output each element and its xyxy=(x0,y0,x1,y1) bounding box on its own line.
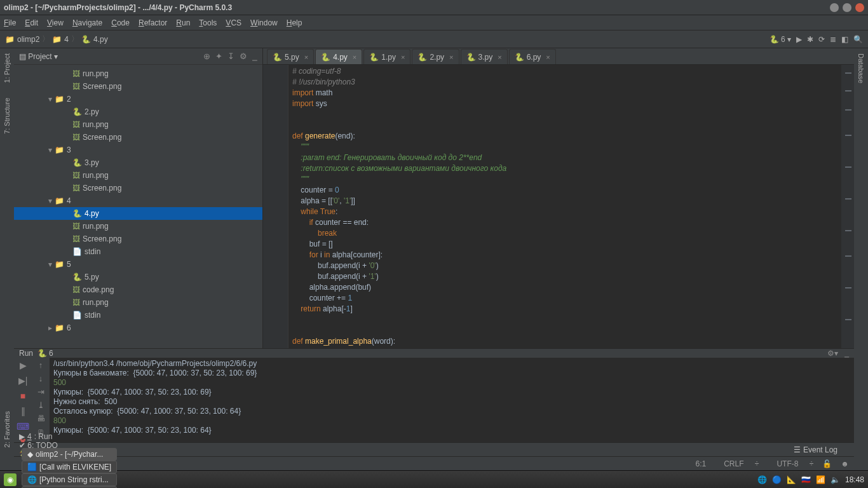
menu-window[interactable]: Window xyxy=(250,18,278,27)
toolbar-icon-4[interactable]: ◧ xyxy=(841,35,848,44)
rail-database[interactable]: Database xyxy=(857,53,865,83)
toolbar-icon-0[interactable]: ▶ xyxy=(796,35,802,44)
project-hdr-icon-4[interactable]: ⎯ xyxy=(252,51,257,61)
taskbar-item[interactable]: 🌐[Python String rstri... xyxy=(22,473,117,486)
close-tab-icon[interactable]: × xyxy=(546,53,550,61)
menu-help[interactable]: Help xyxy=(287,18,302,27)
code-editor[interactable]: # coding=utf-8# !/usr/bin/python3import … xyxy=(263,65,854,348)
maximize-button[interactable] xyxy=(843,3,851,12)
breadcrumbs[interactable]: 📁olimp2〉📁4〉🐍4.py xyxy=(5,34,108,44)
tree-item[interactable]: 🖼run.png xyxy=(14,296,262,309)
tree-item[interactable]: 🖼Screen.png xyxy=(14,80,262,93)
tree-item[interactable]: 🖼run.png xyxy=(14,169,262,182)
editor-tab[interactable]: 🐍2.py× xyxy=(412,49,459,64)
tree-item[interactable]: 🖼run.png xyxy=(14,67,262,80)
toolbar-icon-5[interactable]: 🔍 xyxy=(853,35,863,44)
menu-code[interactable]: Code xyxy=(111,18,130,27)
close-tab-icon[interactable]: × xyxy=(498,53,501,61)
taskbar-item[interactable]: ◆olimp2 - [~/Pychar... xyxy=(22,448,117,461)
tray-icon[interactable]: 🇷🇺 xyxy=(801,475,811,484)
run-hide-icon[interactable]: ⎯ xyxy=(844,349,849,358)
project-tree[interactable]: 🖼run.png🖼Screen.png▾📁2🐍2.py🖼run.png🖼Scre… xyxy=(14,65,262,348)
print-icon[interactable]: 🖶 xyxy=(37,414,45,423)
tree-item[interactable]: 🐍5.py xyxy=(14,271,262,283)
rail-project[interactable]: 1: Project xyxy=(3,53,11,83)
toolbar-icon-1[interactable]: ✱ xyxy=(807,35,813,44)
minimize-button[interactable] xyxy=(830,3,839,12)
taskbar-item[interactable]: 📁4 xyxy=(22,486,117,489)
menu-edit[interactable]: Edit xyxy=(25,18,38,27)
close-tab-icon[interactable]: × xyxy=(401,53,405,61)
line-sep[interactable]: CRLF ÷ xyxy=(715,459,759,468)
tree-item[interactable]: ▾📁4 xyxy=(14,194,262,207)
tree-item[interactable]: 🖼run.png xyxy=(14,220,262,233)
editor-tab[interactable]: 🐍4.py× xyxy=(315,49,362,64)
tray-icon[interactable]: 🌐 xyxy=(757,475,767,484)
tree-item[interactable]: ▾📁5 xyxy=(14,258,262,271)
down-icon[interactable]: ↓ xyxy=(39,374,43,383)
rail-structure[interactable]: 7: Structure xyxy=(3,98,11,134)
project-hdr-icon-3[interactable]: ⚙ xyxy=(240,51,247,61)
tree-item[interactable]: 🖼Screen.png xyxy=(14,233,262,245)
close-tab-icon[interactable]: × xyxy=(449,53,453,61)
scroll-icon[interactable]: ⤓ xyxy=(37,400,44,410)
menu-tools[interactable]: Tools xyxy=(199,18,217,27)
menu-view[interactable]: View xyxy=(47,18,64,27)
tree-item[interactable]: ▾📁3 xyxy=(14,144,262,156)
tray-icon[interactable]: 18:48 xyxy=(845,475,864,484)
menu-refactor[interactable]: Refactor xyxy=(139,18,167,27)
tree-item[interactable]: ▸📁6 xyxy=(14,322,262,334)
editor-tab[interactable]: 🐍5.py× xyxy=(267,49,314,64)
toolbar-icon-2[interactable]: ⟳ xyxy=(818,35,825,44)
bottom-tab[interactable]: ▶ 4: Run xyxy=(19,432,85,441)
tray-icon[interactable]: 🔈 xyxy=(831,475,840,484)
tree-item[interactable]: 🖼Screen.png xyxy=(14,182,262,194)
tree-item[interactable]: ▾📁2 xyxy=(14,93,262,105)
gutter[interactable] xyxy=(263,65,288,348)
tree-item[interactable]: 📄stdin xyxy=(14,245,262,258)
rerun-icon[interactable]: ▶ xyxy=(20,360,27,370)
run-to-cursor-icon[interactable]: ▶| xyxy=(18,376,28,386)
tree-item[interactable]: 🐍4.py xyxy=(14,207,262,220)
start-menu-icon[interactable]: ◉ xyxy=(4,473,17,486)
caret-pos[interactable]: 6:1 xyxy=(695,459,706,468)
project-hdr-icon-0[interactable]: ⊕ xyxy=(203,51,210,61)
hektor-icon[interactable]: ☻ xyxy=(841,459,849,468)
pause-icon[interactable]: ‖ xyxy=(21,406,25,416)
menu-run[interactable]: Run xyxy=(176,18,190,27)
up-icon[interactable]: ↑ xyxy=(39,360,43,370)
project-hdr-icon-1[interactable]: ✦ xyxy=(215,51,222,61)
close-button[interactable] xyxy=(855,3,864,12)
event-log-tab[interactable]: ☰ Event Log xyxy=(794,445,837,454)
taskbar-item[interactable]: 🟦[Call with ELVIKENE] xyxy=(22,461,117,473)
editor-tab[interactable]: 🐍6.py× xyxy=(509,49,556,64)
tray-icon[interactable]: 🔵 xyxy=(772,475,782,484)
close-tab-icon[interactable]: × xyxy=(304,53,308,61)
dump-icon[interactable]: ⌨ xyxy=(17,421,29,431)
toolbar-icon-3[interactable]: ≣ xyxy=(830,35,836,44)
marker-bar[interactable] xyxy=(841,65,854,348)
readonly-icon[interactable]: 🔓 xyxy=(822,459,832,468)
project-hdr-icon-2[interactable]: ↧ xyxy=(227,51,234,61)
tree-item[interactable]: 🖼Screen.png xyxy=(14,131,262,144)
tray-icon[interactable]: 📐 xyxy=(787,475,796,484)
close-tab-icon[interactable]: × xyxy=(353,53,356,61)
wrap-icon[interactable]: ⇥ xyxy=(37,387,44,396)
runconfig-selector[interactable]: 🐍 6 ▾ xyxy=(770,35,791,44)
tray-icon[interactable]: 📶 xyxy=(816,475,825,484)
editor-tab[interactable]: 🐍3.py× xyxy=(461,49,508,64)
tree-item[interactable]: 🖼code.png xyxy=(14,283,262,296)
tree-item[interactable]: 📄stdin xyxy=(14,309,262,322)
system-tray[interactable]: 🌐🔵📐🇷🇺📶🔈18:48 xyxy=(752,475,864,484)
menu-vcs[interactable]: VCS xyxy=(226,18,241,27)
stop-icon[interactable]: ■ xyxy=(20,391,25,401)
rail-favorites[interactable]: 2: Favorites xyxy=(3,411,11,447)
project-view-selector[interactable]: ▤ Project ▾ xyxy=(19,52,58,61)
run-output[interactable]: /usr/bin/python3.4 /home/obj/PycharmProj… xyxy=(50,358,854,447)
editor-tab[interactable]: 🐍1.py× xyxy=(363,49,410,64)
tree-item[interactable]: 🐍2.py xyxy=(14,105,262,118)
run-settings-icon[interactable]: ⚙▾ xyxy=(827,349,838,358)
tree-item[interactable]: 🐍3.py xyxy=(14,156,262,169)
tree-item[interactable]: 🖼run.png xyxy=(14,118,262,131)
encoding[interactable]: UTF-8 ÷ xyxy=(768,459,813,468)
